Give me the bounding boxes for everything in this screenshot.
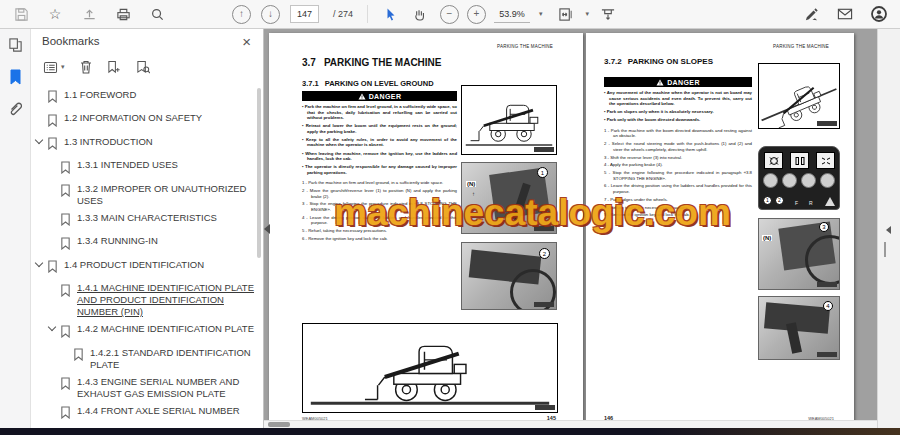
chevron-down-icon[interactable] bbox=[47, 405, 60, 415]
figure-ref-tag bbox=[817, 352, 837, 357]
print-icon[interactable] bbox=[114, 5, 132, 23]
chevron-down-icon[interactable] bbox=[47, 376, 60, 386]
danger-bullet: Retract and lower the boom until the equ… bbox=[302, 123, 457, 134]
chevron-down-icon[interactable] bbox=[34, 112, 47, 122]
bookmark-options-caret[interactable]: ▾ bbox=[61, 63, 65, 71]
figure-ref-tag bbox=[817, 121, 837, 126]
bookmark-item[interactable]: 1.3.1 INTENDED USES bbox=[43, 157, 263, 181]
fill-sign-icon[interactable] bbox=[802, 5, 820, 23]
page-fit-dropdown-caret[interactable]: ▾ bbox=[586, 10, 590, 18]
bookmarks-panel-icon[interactable] bbox=[6, 68, 24, 86]
email-icon[interactable] bbox=[836, 5, 854, 23]
bookmark-options-icon[interactable]: ▾ bbox=[43, 61, 65, 74]
navigation-rail bbox=[0, 28, 31, 428]
neutral-label: (N) bbox=[466, 181, 476, 187]
next-page-button[interactable]: ↓ bbox=[261, 5, 280, 24]
bookmark-item[interactable]: 1.4.1 MACHINE IDENTIFICATION PLATE AND P… bbox=[43, 280, 263, 321]
chevron-down-icon[interactable] bbox=[60, 347, 73, 357]
previous-page-button[interactable]: ↑ bbox=[232, 5, 251, 24]
save-icon[interactable] bbox=[12, 5, 30, 23]
bookmark-label: 1.4.4 FRONT AXLE SERIAL NUMBER bbox=[77, 405, 240, 417]
warning-triangle-icon bbox=[825, 197, 835, 206]
procedure-step: 5 - Stop the engine following the proced… bbox=[604, 170, 752, 181]
chevron-down-icon[interactable] bbox=[47, 282, 60, 292]
hand-tool-icon[interactable] bbox=[410, 5, 428, 23]
expand-tools-arrow-icon[interactable] bbox=[886, 226, 891, 234]
zoom-in-button[interactable]: + bbox=[467, 5, 486, 24]
collapse-panel-arrow-icon[interactable] bbox=[264, 224, 270, 234]
bookmark-label: 1.4.2 MACHINE IDENTIFICATION PLATE bbox=[77, 323, 254, 335]
chevron-down-icon[interactable] bbox=[47, 159, 60, 169]
share-icon[interactable] bbox=[80, 5, 98, 23]
callout-2: 2 bbox=[775, 196, 784, 205]
bookmark-item[interactable]: 1.3.2 IMPROPER OR UNAUTHORIZED USES bbox=[43, 180, 263, 209]
search-icon[interactable] bbox=[148, 5, 166, 23]
chevron-down-icon[interactable] bbox=[34, 89, 47, 99]
bookmarks-scrollbar[interactable] bbox=[257, 88, 261, 258]
expand-current-bookmark-icon[interactable] bbox=[136, 60, 150, 74]
close-icon[interactable]: × bbox=[242, 34, 251, 49]
chevron-down-icon[interactable] bbox=[47, 323, 60, 333]
zoom-dropdown-caret[interactable]: ▾ bbox=[539, 10, 543, 18]
bookmark-item[interactable]: 1.4.2 MACHINE IDENTIFICATION PLATE bbox=[43, 321, 263, 345]
scroll-mode-icon[interactable] bbox=[599, 5, 617, 23]
bookmark-icon bbox=[47, 136, 64, 155]
toolbar-nav-group: ↑ ↓ 147 / 274 bbox=[232, 5, 353, 24]
bookmark-item[interactable]: 1.4 PRODUCT IDENTIFICATION bbox=[30, 256, 263, 280]
bookmark-item[interactable]: 1.4.4 FRONT AXLE SERIAL NUMBER bbox=[43, 402, 263, 426]
bookmark-item[interactable]: 1.3.3 MAIN CHARACTERISTICS bbox=[43, 209, 263, 233]
star-icon[interactable]: ☆ bbox=[46, 5, 64, 23]
danger-bullet: Park only with the boom directed downwar… bbox=[604, 117, 752, 123]
toolbar-view-group: ▾ bbox=[557, 5, 618, 23]
push-button-1 bbox=[763, 173, 778, 188]
figure-ref-tag bbox=[534, 302, 554, 307]
bookmark-item[interactable]: 1.4.2.1 STANDARD IDENTIFICATION PLATE bbox=[56, 344, 263, 373]
chevron-down-icon[interactable] bbox=[47, 212, 60, 222]
select-tool-icon[interactable] bbox=[382, 5, 400, 23]
bookmark-item[interactable]: 1.2 INFORMATION ON SAFETY bbox=[30, 110, 263, 134]
bookmark-icon bbox=[47, 89, 64, 108]
push-button-2 bbox=[782, 173, 797, 188]
bookmark-label: 1.2 INFORMATION ON SAFETY bbox=[64, 112, 202, 124]
reverse-label: R bbox=[809, 200, 813, 206]
page-number-input[interactable]: 147 bbox=[290, 5, 319, 23]
toolbar-divider bbox=[367, 5, 368, 23]
figure-parking-on-slope bbox=[758, 63, 840, 129]
procedure-step: 9 - Remove the ignition key and lock the… bbox=[604, 212, 752, 218]
bookmark-item[interactable]: 1.4.3 ENGINE SERIAL NUMBER AND EXHAUST G… bbox=[43, 373, 263, 402]
page-thumbnails-icon[interactable] bbox=[6, 36, 24, 54]
danger-bullet-list: Any movement of the machine when the ope… bbox=[604, 90, 752, 123]
chevron-down-icon[interactable] bbox=[47, 235, 60, 245]
figure-ref-tag bbox=[534, 147, 554, 152]
figure-ref-tag bbox=[535, 405, 555, 410]
procedure-steps: 1 - Park the machine with the boom direc… bbox=[604, 128, 752, 218]
chevron-down-icon[interactable] bbox=[34, 136, 47, 146]
text-column: DANGER Any movement of the machine when … bbox=[604, 77, 752, 220]
chevron-down-icon[interactable] bbox=[47, 183, 60, 193]
new-bookmark-icon[interactable] bbox=[107, 60, 121, 74]
bookmark-item[interactable]: 1.3.4 RUNNING-IN bbox=[43, 233, 263, 257]
bookmark-item[interactable]: 1.3 INTRODUCTION bbox=[30, 133, 263, 157]
delete-bookmark-icon[interactable] bbox=[80, 60, 92, 74]
photo-reverse-lever: (N) 3 bbox=[758, 218, 840, 290]
procedure-step: 3 - Shift the reverse lever (3) into neu… bbox=[604, 155, 752, 161]
warning-triangle-icon bbox=[358, 93, 366, 100]
top-toolbar: ☆ ↑ ↓ 147 / 274 − + 53.9% ▾ ▾ bbox=[0, 0, 900, 29]
section-name: PARKING THE MACHINE bbox=[324, 57, 442, 68]
section-title: 3.7 PARKING THE MACHINE bbox=[302, 57, 442, 68]
horizontal-scrollbar[interactable] bbox=[264, 420, 878, 428]
horizontal-scrollbar-thumb[interactable] bbox=[268, 422, 290, 427]
push-button-3 bbox=[801, 173, 816, 188]
bookmark-icon bbox=[47, 259, 64, 278]
procedure-step: 7 - Put wedges under the wheels. bbox=[604, 197, 752, 203]
chevron-down-icon[interactable] bbox=[34, 259, 47, 269]
attachments-icon[interactable] bbox=[6, 100, 24, 118]
tools-strip-handle[interactable] bbox=[884, 242, 886, 257]
account-icon[interactable] bbox=[870, 5, 888, 23]
page-fit-icon[interactable] bbox=[557, 5, 575, 23]
zoom-out-button[interactable]: − bbox=[440, 5, 459, 24]
bookmark-item[interactable]: 1.1 FOREWORD bbox=[30, 86, 263, 110]
toolbar-tool-group bbox=[382, 5, 428, 23]
page-146: PARKING THE MACHINE 3.7.2 PARKING ON SLO… bbox=[586, 33, 854, 427]
zoom-level-input[interactable]: 53.9% bbox=[494, 6, 530, 23]
